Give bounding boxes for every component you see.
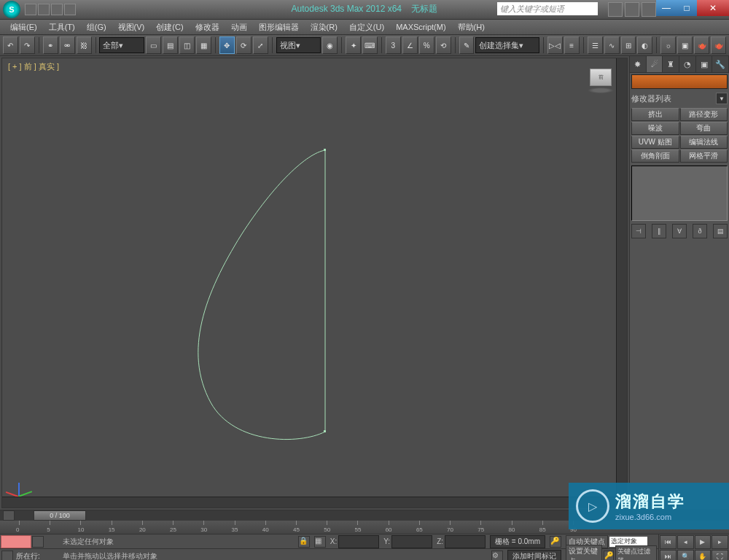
use-center-button[interactable]: ◉ <box>322 36 338 54</box>
named-sel-dropdown[interactable]: 创建选择集 ▾ <box>475 37 539 53</box>
object-name-field[interactable] <box>631 74 728 89</box>
abs-transform-icon[interactable]: ▦ <box>314 536 326 548</box>
modifier-list-dropdown[interactable]: 修改器列表 <box>631 93 716 104</box>
select-name-button[interactable]: ▤ <box>163 36 178 54</box>
render-frame-button[interactable]: ▣ <box>677 36 693 54</box>
play-button[interactable]: ▶ <box>695 535 712 549</box>
coord-z-input[interactable] <box>445 535 486 548</box>
edit-named-sel-button[interactable]: ✎ <box>459 36 475 54</box>
menu-rendering[interactable]: 渲染(R) <box>306 20 342 34</box>
manipulate-button[interactable]: ✦ <box>346 36 361 54</box>
align-button[interactable]: ≡ <box>564 36 580 54</box>
mod-pathdeform-button[interactable]: 路径变形 <box>680 108 728 121</box>
unlink-button[interactable]: ⚮ <box>60 36 75 54</box>
redo-button[interactable]: ↷ <box>20 36 35 54</box>
next-frame-button[interactable]: ▸ <box>712 535 728 549</box>
menu-view[interactable]: 视图(V) <box>114 20 149 34</box>
quick-access-2[interactable] <box>38 4 50 15</box>
viewport-scrollbar-v[interactable] <box>616 58 627 497</box>
maximize-viewport-button[interactable]: ⛶ <box>712 550 728 561</box>
keymode-button[interactable]: ⌨ <box>362 36 378 54</box>
menu-help[interactable]: 帮助(H) <box>453 20 489 34</box>
mod-meshsmooth-button[interactable]: 网格平滑 <box>680 149 728 163</box>
mod-bend-button[interactable]: 弯曲 <box>680 122 728 135</box>
quick-access-4[interactable] <box>64 4 76 15</box>
menu-edit[interactable]: 编辑(E) <box>6 20 42 34</box>
spinner-snap-button[interactable]: ⟲ <box>436 36 451 54</box>
schematic-button[interactable]: ⊞ <box>621 36 636 54</box>
mod-extrude-button[interactable]: 挤出 <box>631 108 679 121</box>
viewport-label[interactable]: [ + ] 前 ] 真实 ] <box>8 61 59 72</box>
select-move-button[interactable]: ✥ <box>219 36 235 54</box>
render-button[interactable]: 🫖 <box>694 36 709 54</box>
setkey-key-icon[interactable]: 🔑 <box>604 551 614 561</box>
chevron-down-icon[interactable]: ▼ <box>716 93 728 104</box>
mod-noise-button[interactable]: 噪波 <box>631 122 679 135</box>
selection-filter-dropdown[interactable]: 全部 ▾ <box>99 37 144 53</box>
ref-coord-dropdown[interactable]: 视图 ▾ <box>276 37 321 53</box>
mod-editnormals-button[interactable]: 编辑法线 <box>680 136 728 149</box>
window-minimize-button[interactable]: — <box>656 0 677 16</box>
curve-editor-button[interactable]: ∿ <box>604 36 620 54</box>
select-region-button[interactable]: ◫ <box>179 36 195 54</box>
link-button[interactable]: ⚭ <box>43 36 58 54</box>
menu-create[interactable]: 创建(C) <box>152 20 187 34</box>
window-crossing-button[interactable]: ▦ <box>196 36 211 54</box>
setkey-button[interactable]: 设置关键点 <box>566 545 602 561</box>
zoom-button[interactable]: 🔍 <box>677 550 694 561</box>
script-mini-button[interactable] <box>1 535 31 548</box>
undo-button[interactable]: ↶ <box>3 36 18 54</box>
mod-bevelprofile-button[interactable]: 倒角剖面 <box>631 149 679 163</box>
tab-hierarchy[interactable]: ♜ <box>663 56 679 72</box>
goto-end-button[interactable]: ⏭ <box>660 550 677 561</box>
infocenter-icon[interactable] <box>608 2 623 17</box>
menu-animation[interactable]: 动画 <box>227 20 252 34</box>
select-button[interactable]: ▭ <box>146 36 161 54</box>
add-time-tag-button[interactable]: 添加时间标记 <box>507 550 561 561</box>
help-icon[interactable] <box>642 2 656 17</box>
coord-y-input[interactable] <box>391 535 432 548</box>
coord-x-input[interactable] <box>338 535 379 548</box>
time-slider-thumb[interactable]: 0 / 100 <box>34 510 86 521</box>
window-close-button[interactable]: ✕ <box>697 0 729 16</box>
unique-button[interactable]: ∀ <box>672 224 687 238</box>
layers-button[interactable]: ☰ <box>588 36 603 54</box>
slider-left-icon[interactable] <box>3 510 15 521</box>
render-prod-button[interactable]: 🫖 <box>711 36 726 54</box>
show-end-button[interactable]: ∥ <box>652 224 666 238</box>
viewport-scrollbar-h[interactable] <box>2 497 627 508</box>
material-editor-button[interactable]: ◐ <box>637 36 652 54</box>
pin-stack-button[interactable]: ⊣ <box>631 224 646 238</box>
menu-customize[interactable]: 自定义(U) <box>345 20 389 34</box>
tab-display[interactable]: ▣ <box>696 56 713 72</box>
tab-modify[interactable]: ☄ <box>647 56 663 72</box>
configure-sets-button[interactable]: ▤ <box>713 224 728 238</box>
mod-uvw-button[interactable]: UVW 贴图 <box>631 136 679 149</box>
quick-access-1[interactable] <box>25 4 36 15</box>
comm-center-icon[interactable]: ⚙ <box>491 551 503 561</box>
viewport-front[interactable]: [ + ] 前 ] 真实 ] 前 <box>1 58 628 508</box>
prev-frame-button[interactable]: ◂ <box>677 535 694 549</box>
pan-button[interactable]: ✋ <box>695 550 712 561</box>
goto-start-button[interactable]: ⏮ <box>660 535 677 549</box>
modifier-stack[interactable] <box>631 166 728 221</box>
key-icon[interactable]: 🔑 <box>550 536 561 548</box>
snap-toggle[interactable]: 3 <box>386 36 401 54</box>
select-scale-button[interactable]: ⤢ <box>253 36 268 54</box>
angle-snap-button[interactable]: ∠ <box>402 36 418 54</box>
tab-motion[interactable]: ◔ <box>679 56 696 72</box>
percent-snap-button[interactable]: % <box>419 36 434 54</box>
menu-grapheditors[interactable]: 图形编辑器 <box>254 20 303 34</box>
help-search-input[interactable]: 键入关键字或短语 <box>497 2 598 15</box>
menu-maxscript[interactable]: MAXScript(M) <box>391 21 450 33</box>
viewcube[interactable]: 前 <box>586 69 615 95</box>
mirror-button[interactable]: ▷◁ <box>547 36 563 54</box>
lock-selection-icon[interactable]: 🔒 <box>298 536 310 548</box>
remove-mod-button[interactable]: ð <box>693 224 707 238</box>
menu-tools[interactable]: 工具(T) <box>44 20 79 34</box>
mini-listener-icon[interactable] <box>32 536 44 548</box>
menu-modifiers[interactable]: 修改器 <box>191 20 224 34</box>
lock-ui-icon[interactable] <box>1 551 13 561</box>
select-rotate-button[interactable]: ⟳ <box>236 36 252 54</box>
app-icon[interactable]: S <box>3 1 20 18</box>
